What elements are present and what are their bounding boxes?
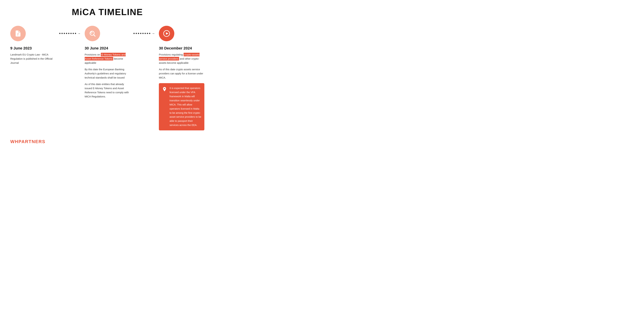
- icon-row-1: [10, 26, 56, 41]
- play-icon-circle: [159, 26, 174, 41]
- timeline-column-1: 9 June 2023 Landmark EU Crypto Law - MiC…: [10, 26, 58, 67]
- text-col1-p1: Landmark EU Crypto Law - MiCA Regulation…: [10, 52, 56, 65]
- pin-icon: [162, 86, 167, 93]
- date-1: 9 June 2023: [10, 46, 56, 50]
- highlight-emoney: E-Money Tokens and Asset Reference Token…: [85, 53, 126, 60]
- highlight-casp: crypto-assets service providers: [159, 53, 200, 60]
- icon-row-2: [85, 26, 130, 41]
- arrow-connector-1: →: [58, 26, 83, 36]
- date-3: 30 December 2024: [159, 46, 204, 50]
- document-icon-circle: [10, 26, 26, 41]
- text-col3-p1: Provisions regulating crypto-assets serv…: [159, 52, 204, 65]
- svg-point-4: [91, 32, 92, 33]
- arrow-connector-2: →: [132, 26, 157, 36]
- logo-area: WHPARTNERS: [10, 139, 204, 144]
- dotted-arrow-1: →: [59, 32, 81, 36]
- icon-row-3: [159, 26, 204, 41]
- timeline-row: 9 June 2023 Landmark EU Crypto Law - MiC…: [10, 26, 204, 130]
- info-box: It is expected that operators licensed u…: [159, 83, 204, 130]
- timeline-column-2: 30 June 2024 Provisions on E-Money Token…: [83, 26, 132, 101]
- date-2: 30 June 2024: [85, 46, 130, 50]
- text-col2-p1: Provisions on E-Money Tokens and Asset R…: [85, 52, 130, 65]
- text-col2-p3: As of this date entities that already is…: [85, 82, 130, 98]
- text-col3-p2: As of this date crypto assets service pr…: [159, 67, 204, 80]
- svg-marker-6: [166, 32, 168, 35]
- arrow-head-1: →: [77, 32, 81, 36]
- dotted-arrow-2: →: [134, 32, 156, 36]
- arrow-head-2: →: [152, 32, 156, 36]
- timeline-column-3: 30 December 2024 Provisions regulating c…: [157, 26, 204, 130]
- company-logo: WHPARTNERS: [10, 139, 45, 144]
- text-col2-p2: By this date the European Banking Author…: [85, 67, 130, 80]
- page-title: MiCA TIMELINE: [10, 7, 204, 17]
- search-icon-circle: [85, 26, 100, 41]
- svg-line-3: [94, 35, 95, 36]
- info-box-text: It is expected that operators licensed u…: [170, 86, 201, 127]
